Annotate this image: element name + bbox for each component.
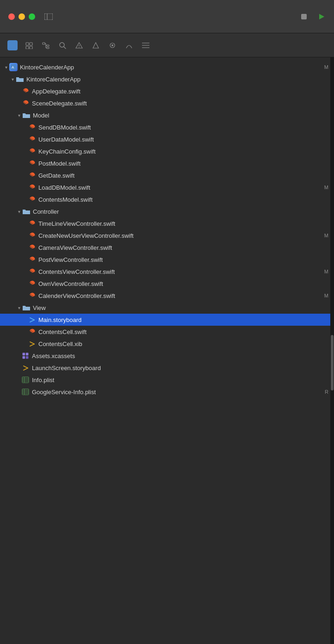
- svg-marker-3: [319, 14, 324, 19]
- loaddbmodel-label: LoadDBModel.swift: [38, 184, 324, 191]
- contentsmodel-label: ContentsModel.swift: [38, 196, 328, 203]
- folder-icon: [22, 207, 31, 216]
- getdate-item[interactable]: GetDate.swift: [0, 169, 334, 181]
- xib-icon: [28, 340, 36, 348]
- maximize-button[interactable]: [29, 13, 35, 20]
- search-icon[interactable]: [57, 40, 68, 50]
- main-storyboard-item[interactable]: Main.storyboard: [0, 314, 334, 326]
- traffic-lights: [8, 13, 35, 20]
- swift-icon: [28, 219, 36, 228]
- cameravc-label: CameraViewController.swift: [38, 244, 328, 251]
- folder-navigator-icon[interactable]: [7, 40, 18, 50]
- sidebar-toggle-icon[interactable]: [44, 12, 53, 21]
- appdelegate-label: AppDelegate.swift: [32, 88, 328, 95]
- chevron-down-icon: ▾: [16, 208, 22, 215]
- scrollbar[interactable]: [330, 57, 334, 644]
- stop-button[interactable]: [300, 12, 308, 21]
- swift-icon: [28, 183, 36, 192]
- run-button[interactable]: [317, 12, 326, 21]
- appdelegate-item[interactable]: AppDelegate.swift: [0, 85, 334, 97]
- scenedelegate-label: SceneDelegate.swift: [32, 100, 328, 107]
- senddbmodel-item[interactable]: SendDBModel.swift: [0, 121, 334, 133]
- shape-icon[interactable]: [124, 40, 134, 50]
- svg-point-22: [111, 44, 113, 46]
- svg-line-31: [30, 344, 34, 346]
- svg-rect-35: [26, 356, 29, 359]
- symbol-navigator-icon[interactable]: [24, 40, 34, 50]
- calendervc-badge: M: [324, 293, 328, 298]
- keychainconfig-item[interactable]: KeyChainConfig.swift: [0, 145, 334, 157]
- timelinevc-label: TimeLineViewController.swift: [38, 220, 328, 227]
- plist-icon: [21, 376, 30, 384]
- createnewuservc-item[interactable]: CreateNewUserViewController.swift M: [0, 229, 334, 242]
- calendervc-label: CalenderViewController.swift: [38, 292, 324, 299]
- close-button[interactable]: [8, 13, 15, 20]
- svg-rect-0: [44, 13, 53, 20]
- chevron-down-icon: ▾: [3, 64, 9, 70]
- postmodel-item[interactable]: PostModel.swift: [0, 157, 334, 169]
- getdate-label: GetDate.swift: [38, 172, 328, 179]
- infoplist-item[interactable]: Info.plist: [0, 374, 334, 386]
- contentsvc-badge: M: [324, 269, 328, 274]
- svg-rect-2: [301, 14, 307, 19]
- googleservice-badge: R: [325, 389, 328, 395]
- root-project-badge: M: [324, 64, 328, 70]
- swift-icon: [28, 147, 36, 155]
- list-navigator-icon[interactable]: [141, 40, 151, 50]
- swift-icon: [28, 159, 36, 167]
- scenedelegate-item[interactable]: SceneDelegate.swift: [0, 97, 334, 109]
- svg-rect-5: [30, 43, 32, 45]
- svg-line-30: [30, 342, 34, 344]
- svg-line-36: [24, 366, 28, 368]
- model-folder-label: Model: [33, 112, 328, 119]
- swift-icon: [28, 267, 36, 276]
- svg-line-29: [30, 320, 34, 322]
- loaddbmodel-badge: M: [324, 185, 328, 190]
- minimize-button[interactable]: [19, 13, 25, 20]
- svg-rect-34: [23, 356, 25, 359]
- main-folder-item[interactable]: ▾ KintoreCalenderApp: [0, 73, 334, 85]
- swift-icon: [28, 195, 36, 204]
- folder-icon: [16, 75, 24, 83]
- cameravc-item[interactable]: CameraViewController.swift: [0, 242, 334, 254]
- senddbmodel-label: SendDBModel.swift: [38, 124, 328, 131]
- loaddbmodel-item[interactable]: LoadDBModel.swift M: [0, 181, 334, 193]
- swift-icon: [28, 171, 36, 180]
- timelinevc-item[interactable]: TimeLineViewController.swift: [0, 217, 334, 229]
- swift-icon: [21, 99, 30, 107]
- postvc-item[interactable]: PostViewController.swift: [0, 254, 334, 266]
- ownvc-item[interactable]: OwnViewController.swift: [0, 278, 334, 290]
- root-project-item[interactable]: ▾ A KintoreCalenderApp M: [0, 61, 334, 73]
- hierarchy-navigator-icon[interactable]: [41, 40, 51, 50]
- svg-point-15: [60, 43, 64, 47]
- model-folder-item[interactable]: ▾ Model: [0, 109, 334, 121]
- contentsvc-item[interactable]: ContentsViewController.swift M: [0, 266, 334, 278]
- launchscreen-item[interactable]: LaunchScreen.storyboard: [0, 362, 334, 374]
- calendervc-item[interactable]: CalenderViewController.swift M: [0, 290, 334, 302]
- swift-icon: [28, 328, 36, 336]
- source-control-icon[interactable]: [91, 40, 101, 50]
- svg-rect-4: [26, 43, 29, 45]
- svg-text:A: A: [12, 65, 14, 69]
- contentscell-swift-label: ContentsCell.swift: [38, 328, 328, 335]
- warning-icon[interactable]: [74, 40, 84, 50]
- scrollbar-thumb[interactable]: [331, 335, 334, 390]
- contentscell-xib-item[interactable]: ContentsCell.xib: [0, 338, 334, 350]
- view-folder-item[interactable]: ▾ View: [0, 302, 334, 314]
- swift-icon: [28, 255, 36, 264]
- titlebar-right: [300, 12, 326, 21]
- controller-folder-item[interactable]: ▾ Controller: [0, 205, 334, 217]
- storyboard-icon: [28, 316, 36, 324]
- swift-icon: [28, 123, 36, 131]
- svg-rect-8: [43, 43, 45, 44]
- googleservice-label: GoogleService-Info.plist: [32, 389, 325, 396]
- contentsmodel-item[interactable]: ContentsModel.swift: [0, 193, 334, 205]
- breakpoint-icon[interactable]: [107, 40, 118, 50]
- folder-icon: [22, 303, 31, 312]
- contentscell-swift-item[interactable]: ContentsCell.swift: [0, 326, 334, 338]
- swift-icon: [21, 87, 30, 95]
- userdatamodel-item[interactable]: UserDataModel.swift: [0, 133, 334, 145]
- svg-rect-32: [23, 353, 25, 356]
- assets-item[interactable]: Assets.xcassets: [0, 350, 334, 362]
- googleservice-item[interactable]: GoogleService-Info.plist R: [0, 386, 334, 398]
